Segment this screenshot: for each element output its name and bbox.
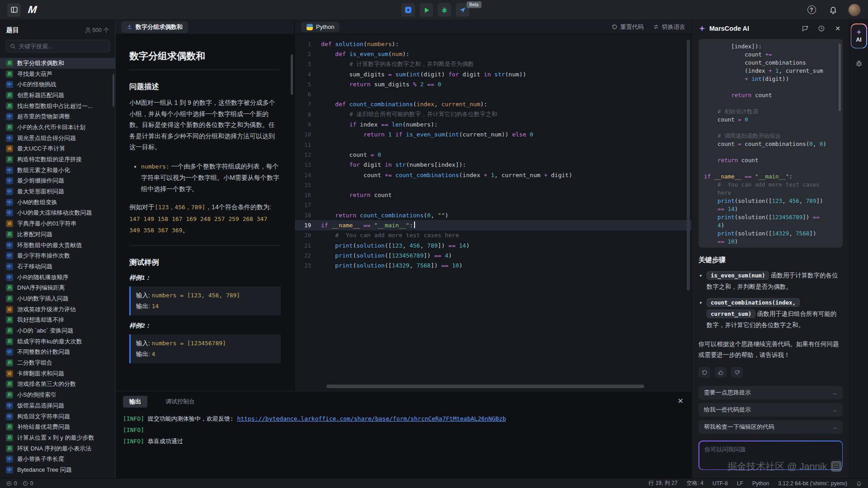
encoding-setting[interactable]: UTF-8: [712, 480, 728, 487]
problem-list-item[interactable]: 中最大矩形面积问题: [0, 186, 115, 197]
problem-list-item[interactable]: 易环状 DNA 序列的最小表示法: [0, 443, 115, 454]
history-button[interactable]: [816, 23, 826, 33]
problem-list-item[interactable]: 中最少前缀操作问题: [0, 176, 115, 187]
problem-list-item[interactable]: 易小D的 `abc` 变换问题: [0, 325, 115, 336]
switch-language-button[interactable]: 切换语言: [653, 23, 685, 31]
code-line[interactable]: 13 for digit in str(numbers[index]):: [295, 160, 692, 170]
code-line[interactable]: 9 if index == len(numbers):: [295, 119, 692, 129]
errors-status[interactable]: 0: [6, 480, 17, 487]
code-line[interactable]: 15: [295, 180, 692, 190]
problem-list-item[interactable]: 中Bytedance Tree 问题: [0, 465, 115, 475]
notifications-button[interactable]: [826, 3, 840, 17]
code-line[interactable]: 11: [295, 140, 692, 150]
problem-list-item[interactable]: 中小U的最大连续移动次数问题: [0, 208, 115, 219]
code-editor[interactable]: 1def solution(numbers):2 def is_even_sum…: [295, 34, 692, 391]
ai-chat-input-box[interactable]: [698, 441, 843, 470]
editor-vertical-scrollbar[interactable]: [687, 40, 690, 291]
notification-bell-icon[interactable]: [856, 481, 862, 486]
code-line[interactable]: 21 print(solution([123, 456, 789]) == 14…: [295, 240, 692, 250]
ai-message-area[interactable]: [index]): count += count_combinations (i…: [692, 37, 849, 434]
code-line[interactable]: 16 return count: [295, 190, 692, 200]
problem-list-item[interactable]: 易DNA序列编辑距离: [0, 282, 115, 293]
description-scrollbar[interactable]: [291, 54, 293, 95]
problem-list-item[interactable]: 易构造特定数组的逆序拼接: [0, 154, 115, 165]
problem-list-item[interactable]: 易数字分组求偶数和: [0, 58, 115, 69]
python-interpreter[interactable]: 3.12.2 64-bit ('shims': pyenv): [778, 480, 847, 487]
code-line[interactable]: 20 # You can add more test cases here: [295, 230, 692, 240]
reset-code-button[interactable]: 重置代码: [612, 23, 644, 31]
user-avatar[interactable]: [848, 4, 861, 16]
problem-list-item[interactable]: 中最小替换子串长度: [0, 454, 115, 465]
ai-suggestion-button[interactable]: 帮我检查一下编辑区的代码→: [698, 420, 843, 434]
code-line[interactable]: 17: [295, 200, 692, 210]
tab-debug-console[interactable]: 调试控制台: [159, 396, 201, 408]
problem-list-item[interactable]: 中最少字符串操作次数: [0, 250, 115, 261]
eol-setting[interactable]: LF: [737, 480, 743, 487]
problem-list-item[interactable]: 易计算从位置 x 到 y 的最少步数: [0, 432, 115, 443]
ai-assistant-button[interactable]: AI: [851, 23, 867, 48]
problem-list-item[interactable]: 易组成字符串ku的最大次数: [0, 336, 115, 347]
code-line[interactable]: 10 return 1 if is_even_sum(int(current_n…: [295, 130, 692, 140]
problem-list-item[interactable]: 中观光景点组合得分问题: [0, 133, 115, 144]
ai-code-scrollbar[interactable]: [839, 43, 841, 111]
sidebar-scrollbar[interactable]: [113, 74, 114, 107]
code-line[interactable]: 6: [295, 89, 692, 99]
problem-list-item[interactable]: 中不同整数的计数问题: [0, 347, 115, 358]
code-line[interactable]: 14 count += count_combinations(index + 1…: [295, 170, 692, 180]
problem-list-item[interactable]: 易补给站最优花费问题: [0, 422, 115, 432]
tab-output[interactable]: 输出: [123, 396, 147, 408]
problem-list-item[interactable]: 中超市里的货物架调整: [0, 111, 115, 122]
code-line[interactable]: 2 def is_even_sum(num):: [295, 49, 692, 59]
problem-tab[interactable]: 数字分组求偶数和: [121, 21, 188, 33]
ai-chat-input[interactable]: [699, 441, 842, 469]
ai-suggestion-button[interactable]: 需要一点思路提示→: [698, 386, 843, 399]
problem-list-item[interactable]: 中环形数组中的最大贡献值: [0, 240, 115, 251]
problem-list-item[interactable]: 难字典序最小的01字符串: [0, 218, 115, 229]
code-line[interactable]: 12 count = 0: [295, 150, 692, 160]
problem-list-item[interactable]: 易二分数字组合: [0, 357, 115, 368]
problem-list-item[interactable]: 易找出整型数组中占比超过一...: [0, 101, 115, 112]
help-button[interactable]: ?: [805, 3, 818, 17]
problem-list-item[interactable]: 中饭馆菜品选择问题: [0, 400, 115, 411]
sidebar-toggle-button[interactable]: [7, 3, 21, 17]
code-line[interactable]: 18 return count_combinations(0, ""): [295, 210, 692, 220]
editor-horizontal-scrollbar[interactable]: [326, 385, 644, 388]
problem-list-item[interactable]: 中石子移动问题: [0, 261, 115, 272]
problem-list-item[interactable]: 易小U的数字插入问题: [0, 293, 115, 304]
code-line[interactable]: 7 def count_combinations(index, current_…: [295, 99, 692, 109]
language-tab[interactable]: Python: [301, 22, 340, 32]
problem-list-item[interactable]: 易游戏排名第三大的分数: [0, 379, 115, 390]
indentation-setting[interactable]: 空格: 4: [687, 479, 703, 487]
problem-list-item[interactable]: 中小E的怪物挑战: [0, 79, 115, 90]
code-line[interactable]: 1def solution(numbers):: [295, 39, 692, 49]
close-ai-panel-button[interactable]: ✕: [833, 23, 843, 33]
problem-list-item[interactable]: 易创意标题匹配问题: [0, 90, 115, 101]
search-input[interactable]: [19, 43, 105, 50]
problem-list-item[interactable]: 中小R的随机播放顺序: [0, 272, 115, 283]
code-line[interactable]: 4 sum_digits = sum(int(digit) for digit …: [295, 69, 692, 79]
code-line[interactable]: 5 return sum_digits % 2 == 0: [295, 79, 692, 89]
code-line[interactable]: 19if __name__ == "__main__":: [295, 220, 692, 230]
problem-list-item[interactable]: 中构造回文字符串问题: [0, 411, 115, 422]
problem-list-item[interactable]: 中小M的数组变换: [0, 197, 115, 208]
problem-list-item[interactable]: 难游戏英雄升级潜力评估: [0, 304, 115, 315]
console-close-button[interactable]: ✕: [678, 397, 684, 405]
problem-list-item[interactable]: 易小F的永久代币卡回本计划: [0, 122, 115, 133]
thumbs-up-button[interactable]: [715, 367, 726, 378]
marscode-logo[interactable]: M: [28, 4, 37, 16]
problem-list-item[interactable]: 易比赛配对问题: [0, 229, 115, 240]
feedback-bug-button[interactable]: [852, 56, 866, 70]
problem-list-item[interactable]: 难卡牌翻面求和问题: [0, 368, 115, 379]
regenerate-button[interactable]: [698, 367, 710, 378]
problem-list-item[interactable]: 易寻找最大葫芦: [0, 69, 115, 80]
language-mode[interactable]: Python: [752, 480, 769, 487]
thumbs-down-button[interactable]: [731, 367, 743, 378]
cursor-position[interactable]: 行 19, 列 27: [649, 479, 678, 487]
ai-suggestion-button[interactable]: 给我一些代码提示→: [698, 403, 843, 417]
new-chat-button[interactable]: [800, 23, 810, 33]
code-line[interactable]: 8 # 递归组合所有可能的数字，并计算它们的各位数字之和: [295, 109, 692, 119]
code-line[interactable]: 3 # 计算数字的各位数字之和，并判断是否为偶数: [295, 59, 692, 69]
code-line[interactable]: 22 print(solution([123456789]) == 4): [295, 250, 692, 260]
run-button[interactable]: [420, 3, 433, 17]
stop-button[interactable]: [401, 3, 415, 17]
